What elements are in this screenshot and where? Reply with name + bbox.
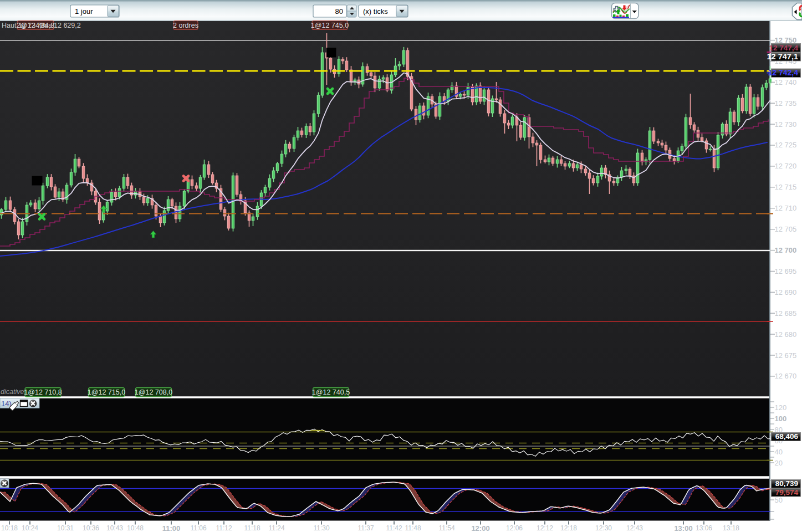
svg-text:12:12: 12:12 (537, 524, 553, 532)
svg-text:12 740: 12 740 (775, 78, 797, 86)
svg-text:13:18: 13:18 (723, 524, 739, 532)
svg-text:68,406: 68,406 (775, 432, 799, 441)
svg-text:12 670: 12 670 (775, 372, 797, 380)
svg-text:1@12 708,0: 1@12 708,0 (135, 388, 172, 396)
svg-text:11:18: 11:18 (244, 524, 260, 532)
svg-text:12 730: 12 730 (775, 120, 797, 129)
svg-text:11:54: 11:54 (438, 524, 454, 532)
svg-text:12:06: 12:06 (506, 524, 523, 532)
svg-text:12 690: 12 690 (775, 288, 797, 296)
svg-text:50: 50 (775, 496, 783, 504)
svg-text:11:37: 11:37 (357, 524, 374, 532)
svg-text:10:31: 10:31 (57, 524, 74, 532)
svg-text:10:43: 10:43 (106, 524, 123, 532)
svg-text:12:30: 12:30 (595, 524, 612, 532)
svg-text:12 725: 12 725 (775, 141, 797, 149)
svg-text:10:48: 10:48 (127, 524, 144, 532)
svg-text:11:12: 11:12 (216, 524, 232, 532)
svg-text:12 747,4: 12 747,4 (769, 44, 798, 52)
svg-text:(x) ticks: (x) ticks (363, 7, 388, 16)
svg-text:11:06: 11:06 (190, 524, 206, 532)
svg-text:12 680: 12 680 (775, 330, 797, 339)
svg-text:11:24: 11:24 (268, 524, 284, 532)
svg-text:12 695: 12 695 (775, 267, 797, 275)
svg-text:12 705: 12 705 (775, 225, 797, 233)
svg-text:1@12 710,8: 1@12 710,8 (24, 388, 62, 396)
svg-text:1@12 745,0: 1@12 745,0 (311, 22, 349, 29)
svg-text:14): 14) (1, 400, 12, 408)
svg-text:1@12 740,5: 1@12 740,5 (312, 388, 350, 396)
svg-text:13:06: 13:06 (696, 524, 712, 532)
svg-text:12 700: 12 700 (775, 246, 797, 254)
svg-text:10:24: 10:24 (22, 524, 38, 532)
svg-text:12 747,1: 12 747,1 (767, 52, 798, 61)
svg-text:dicatives: dicatives (1, 388, 28, 396)
svg-text:40: 40 (775, 448, 783, 456)
svg-text:12:00: 12:00 (471, 524, 489, 532)
svg-text:11:42: 11:42 (386, 524, 402, 532)
svg-text:Bas 12 629,2: Bas 12 629,2 (40, 22, 81, 29)
svg-text:12 735: 12 735 (775, 99, 797, 108)
svg-text:80,739: 80,739 (775, 479, 798, 488)
svg-text:10:36: 10:36 (83, 524, 99, 532)
svg-text:12:18: 12:18 (560, 524, 577, 532)
svg-text:1@12 715,0: 1@12 715,0 (88, 388, 125, 396)
svg-text:20: 20 (775, 459, 783, 467)
svg-text:2 ordres: 2 ordres (173, 22, 198, 29)
svg-text:10:18: 10:18 (1, 524, 18, 532)
svg-text:12 715: 12 715 (775, 183, 797, 191)
svg-text:12 710: 12 710 (775, 204, 797, 212)
svg-text:11:30: 11:30 (313, 524, 329, 532)
svg-text:11:00: 11:00 (162, 524, 181, 532)
svg-text:13:00: 13:00 (674, 524, 692, 532)
svg-text:11:48: 11:48 (405, 524, 421, 532)
svg-text:Haut 12 734,8: Haut 12 734,8 (2, 22, 45, 29)
svg-text:12 720: 12 720 (775, 162, 797, 170)
svg-text:12 685: 12 685 (775, 309, 797, 318)
svg-text:80: 80 (335, 7, 343, 16)
svg-text:120: 120 (775, 403, 787, 412)
svg-text:12:43: 12:43 (626, 524, 643, 532)
svg-text:12 742,4: 12 742,4 (768, 68, 799, 77)
svg-text:100: 100 (775, 415, 787, 423)
svg-text:79,574: 79,574 (775, 488, 799, 497)
svg-text:1 jour: 1 jour (75, 7, 93, 16)
svg-text:12 675: 12 675 (775, 351, 797, 360)
